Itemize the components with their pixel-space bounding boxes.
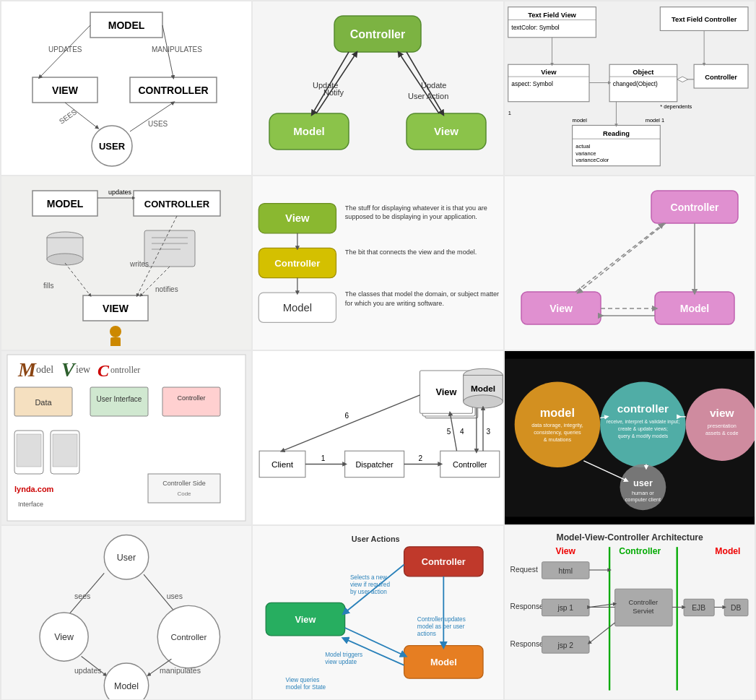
svg-text:Dispatcher: Dispatcher [356,460,394,469]
svg-text:VIEW: VIEW [52,85,79,96]
svg-text:View: View [295,614,316,625]
svg-text:Controller updates: Controller updates [417,616,466,623]
svg-text:UPDATES: UPDATES [48,46,82,53]
svg-text:Response: Response [510,640,544,648]
svg-text:View: View [285,212,310,224]
svg-text:updates: updates [74,666,102,675]
svg-text:DB: DB [731,604,741,612]
svg-text:controller: controller [617,402,668,415]
svg-line-233 [589,604,615,608]
svg-text:4: 4 [460,428,464,436]
svg-text:uses: uses [167,592,183,600]
cell-1[interactable]: MODEL VIEW CONTROLLER USER UPDATES MANIP… [1,1,251,175]
svg-text:Response: Response [510,602,544,610]
svg-text:Model triggers: Model triggers [326,652,363,658]
svg-text:Interface: Interface [18,501,43,508]
svg-text:EJB: EJB [692,604,705,612]
svg-rect-115 [162,387,220,416]
svg-line-240 [589,623,615,643]
svg-text:View: View [549,303,573,314]
svg-rect-118 [17,434,41,467]
svg-text:Update: Update [421,81,446,90]
cell-8[interactable]: View Model Client Dispatcher Controller … [253,351,503,524]
cell-11[interactable]: User Actions Controller View Model Selec… [253,526,503,699]
svg-text:Model: Model [715,546,740,556]
svg-text:CONTROLLER: CONTROLLER [139,85,209,96]
svg-text:html: html [558,567,572,575]
svg-text:User: User [117,553,136,563]
cell-9[interactable]: model data storage, integrity, consisten… [505,351,755,524]
svg-text:iew: iew [76,364,91,375]
svg-text:human or: human or [632,490,654,496]
svg-text:jsp 1: jsp 1 [557,604,573,612]
svg-text:Model: Model [680,303,709,314]
svg-text:Model: Model [430,657,457,667]
svg-text:View: View [54,632,74,642]
svg-text:View: View [436,386,457,397]
svg-text:Model: Model [283,302,312,314]
svg-text:Controller: Controller [628,599,658,606]
svg-text:Code: Code [178,491,192,497]
svg-text:varianceColor: varianceColor [575,157,609,163]
svg-text:User Actions: User Actions [352,535,400,543]
svg-text:assets & code: assets & code [705,430,739,436]
svg-text:by user action: by user action [350,589,387,595]
svg-text:changed(Object): changed(Object) [612,80,657,87]
svg-text:6: 6 [345,412,349,420]
svg-text:VIEW: VIEW [103,303,129,314]
svg-text:3: 3 [487,428,491,436]
svg-text:Controller: Controller [178,394,206,402]
svg-text:1: 1 [321,454,326,462]
svg-text:Serviet: Serviet [633,608,654,615]
cell-6[interactable]: Controller View Model [505,176,755,350]
svg-rect-122 [148,474,220,503]
svg-text:data storage, integrity,: data storage, integrity, [531,422,583,428]
image-grid: MODEL VIEW CONTROLLER USER UPDATES MANIP… [0,0,756,700]
cell-10[interactable]: User sees uses View Controller updates m… [1,526,251,699]
cell-3[interactable]: Text Field View textColor: Symbol Text F… [505,1,755,175]
svg-text:create & update views;: create & update views; [618,426,668,432]
svg-text:Data: Data [35,398,53,407]
cell-7[interactable]: M odel V iew C ontroller Data User Inter… [1,351,251,524]
svg-text:presentation: presentation [707,423,736,429]
cell-5[interactable]: View Controller Model The stuff for disp… [253,176,503,350]
svg-text:USER: USER [99,141,126,152]
svg-text:Controller: Controller [705,74,737,81]
svg-text:User Action: User Action [408,92,448,100]
svg-text:aspect: Symbol: aspect: Symbol [511,80,553,87]
svg-text:Model: Model [471,384,495,394]
svg-rect-71 [144,230,195,267]
svg-text:Model: Model [114,681,139,691]
svg-text:actual: actual [575,143,590,150]
svg-text:Controller: Controller [670,202,718,213]
svg-text:* dependents: * dependents [660,103,692,110]
svg-text:Selects a new: Selects a new [350,574,387,581]
svg-text:Controller: Controller [275,258,321,269]
svg-text:Controller: Controller [350,28,405,40]
svg-line-99 [579,223,666,292]
svg-text:Text Field View: Text Field View [528,12,576,19]
svg-line-148 [451,413,457,451]
svg-text:User Interface: User Interface [97,395,142,403]
svg-text:USES: USES [148,120,168,128]
svg-text:lynda.com: lynda.com [14,485,54,493]
svg-text:receive, interpret & validate : receive, interpret & validate input; [606,419,679,425]
svg-text:Controller: Controller [453,460,487,469]
svg-text:Model-View-Controller Architec: Model-View-Controller Architecture [556,532,703,543]
svg-text:notifies: notifies [155,285,178,293]
svg-text:odel: odel [36,364,53,375]
svg-text:manipulates: manipulates [160,666,201,675]
svg-text:variance: variance [575,150,596,157]
cell-4[interactable]: MODEL CONTROLLER updates VIEW fills noti… [1,176,251,350]
cell-2[interactable]: Controller Model View Update Update Noti… [253,1,503,175]
svg-text:updates: updates [108,189,132,196]
svg-text:CONTROLLER: CONTROLLER [144,199,210,209]
svg-text:view: view [710,407,735,419]
svg-text:MODEL: MODEL [108,20,145,31]
svg-point-158 [600,382,685,467]
svg-text:model: model [572,117,587,124]
cell-12[interactable]: Model-View-Controller Architecture View … [505,526,755,699]
svg-text:View queries: View queries [286,677,320,683]
svg-text:SEES: SEES [58,108,78,126]
svg-text:jsp 2: jsp 2 [557,641,573,649]
